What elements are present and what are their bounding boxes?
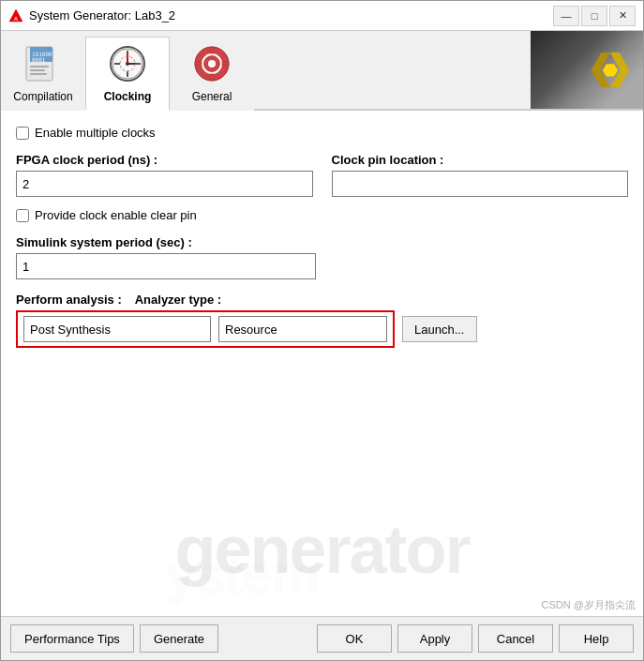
- analysis-section: Perform analysis : Analyzer type : Post …: [16, 293, 628, 348]
- analyzer-type-select[interactable]: Resource Timing: [218, 316, 387, 342]
- launch-button[interactable]: Launch...: [402, 316, 477, 342]
- tab-clocking-label: Clocking: [104, 90, 152, 103]
- fpga-clock-input[interactable]: [16, 171, 313, 197]
- help-button[interactable]: Help: [559, 624, 634, 653]
- csdn-credit: CSDN @岁月指尖流: [542, 598, 636, 612]
- title-bar: A System Generator: Lab3_2 — □ ✕: [1, 1, 643, 31]
- general-icon: [189, 41, 234, 86]
- enable-clocks-row: Enable multiple clocks: [16, 126, 628, 140]
- ok-button[interactable]: OK: [317, 624, 392, 653]
- svg-marker-28: [603, 64, 618, 76]
- clocking-icon: [105, 41, 150, 86]
- svg-rect-8: [30, 73, 47, 75]
- provide-clock-checkbox[interactable]: [16, 209, 29, 222]
- svg-rect-24: [222, 62, 229, 66]
- analyzer-type-label: Analyzer type :: [135, 293, 221, 307]
- svg-text:A: A: [14, 16, 19, 22]
- analyzer-type-col: Analyzer type :: [135, 293, 221, 310]
- analysis-row: Perform analysis : Analyzer type :: [16, 293, 628, 310]
- tab-bar: 101000 0001 Compilation: [1, 31, 643, 111]
- compilation-icon: 101000 0001: [21, 41, 66, 86]
- tab-compilation[interactable]: 101000 0001 Compilation: [1, 37, 85, 111]
- svg-rect-23: [195, 62, 202, 66]
- enable-clocks-checkbox[interactable]: [16, 127, 29, 140]
- fpga-clock-label: FPGA clock period (ns) :: [16, 153, 313, 167]
- perform-analysis-wrap: Post Synthesis None Post Route: [23, 316, 211, 342]
- svg-rect-21: [210, 47, 214, 53]
- generate-button[interactable]: Generate: [140, 624, 218, 653]
- provide-clock-label[interactable]: Provide clock enable clear pin: [35, 208, 197, 222]
- highlighted-dropdowns: Post Synthesis None Post Route Resource …: [16, 310, 395, 348]
- footer: Performance Tips Generate OK Apply Cance…: [1, 616, 643, 660]
- perform-analysis-select[interactable]: Post Synthesis None Post Route: [23, 316, 211, 342]
- simulink-period-row: Simulink system period (sec) :: [16, 235, 628, 279]
- clock-pin-input[interactable]: [332, 171, 629, 197]
- enable-clocks-label[interactable]: Enable multiple clocks: [35, 126, 156, 140]
- analyzer-type-wrap: Resource Timing: [218, 316, 387, 342]
- svg-rect-22: [210, 74, 214, 81]
- clock-pin-label: Clock pin location :: [332, 153, 629, 167]
- cancel-button[interactable]: Cancel: [478, 624, 553, 653]
- watermark: generator ystem: [174, 511, 469, 588]
- clock-pin-col: Clock pin location :: [332, 153, 629, 197]
- perform-analysis-label: Perform analysis :: [16, 293, 122, 307]
- simulink-period-label: Simulink system period (sec) :: [16, 235, 628, 249]
- svg-point-17: [126, 62, 129, 66]
- xilinx-logo-area: [531, 31, 643, 109]
- tab-general-label: General: [192, 90, 232, 103]
- analysis-controls-row: Post Synthesis None Post Route Resource …: [16, 310, 628, 348]
- svg-rect-7: [30, 69, 45, 71]
- maximize-button[interactable]: □: [581, 6, 607, 26]
- svg-point-25: [208, 60, 216, 68]
- app-icon: A: [8, 8, 23, 23]
- tab-general[interactable]: General: [170, 37, 254, 111]
- clock-fields-row: FPGA clock period (ns) : Clock pin locat…: [16, 153, 628, 197]
- title-controls: — □ ✕: [553, 6, 636, 26]
- xilinx-logo-icon: [587, 49, 634, 91]
- main-window: A System Generator: Lab3_2 — □ ✕ 101000 …: [0, 0, 644, 661]
- tab-clocking[interactable]: Clocking: [85, 37, 170, 111]
- title-bar-left: A System Generator: Lab3_2: [8, 8, 175, 23]
- window-title: System Generator: Lab3_2: [29, 8, 175, 23]
- svg-text:0001: 0001: [32, 56, 46, 63]
- apply-button[interactable]: Apply: [397, 624, 472, 653]
- minimize-button[interactable]: —: [553, 6, 579, 26]
- fpga-clock-col: FPGA clock period (ns) :: [16, 153, 313, 197]
- performance-tips-button[interactable]: Performance Tips: [10, 624, 134, 653]
- close-button[interactable]: ✕: [609, 6, 636, 26]
- simulink-period-input[interactable]: [16, 253, 316, 279]
- content-area: generator ystem Enable multiple clocks F…: [1, 111, 643, 616]
- provide-clock-row: Provide clock enable clear pin: [16, 208, 628, 222]
- svg-rect-6: [30, 66, 49, 68]
- tab-compilation-label: Compilation: [13, 90, 72, 103]
- perform-analysis-col: Perform analysis :: [16, 293, 122, 310]
